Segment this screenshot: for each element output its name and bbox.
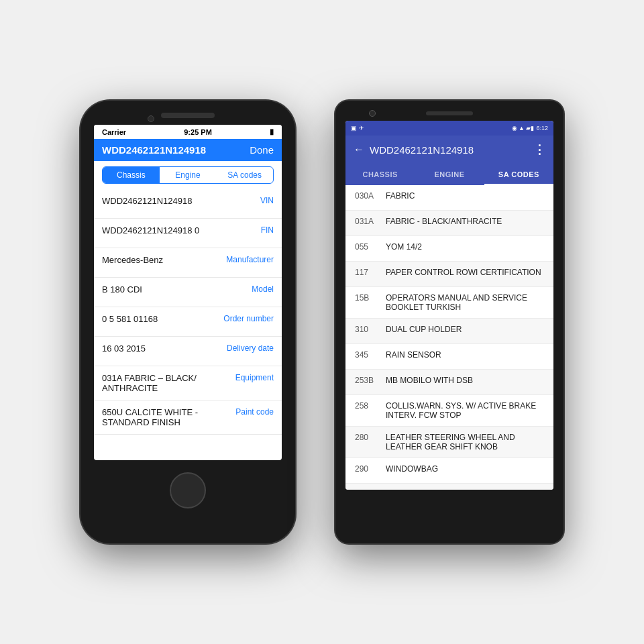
order-value: 0 5 581 01168 [102, 314, 158, 324]
sa-code: 310 [355, 325, 386, 334]
iphone-row-model: B 180 CDI Model [94, 278, 282, 307]
order-label: Order number [223, 314, 274, 323]
android-screen: ▣ ✈ ◉ ▲ ▰▮ 6:12 ← WDD2462121N124918 ⋮ CH… [345, 121, 553, 490]
sa-code: 258 [355, 401, 386, 411]
sa-description: OPERATORS MANUAL AND SERVICE BOOKLET TUR… [386, 293, 544, 312]
iphone-tab-chassis[interactable]: Chassis [103, 167, 160, 183]
iphone-row-paint: 650U CALCITE WHITE - STANDARD FINISH Pai… [94, 400, 282, 435]
android-device: ▣ ✈ ◉ ▲ ▰▮ 6:12 ← WDD2462121N124918 ⋮ CH… [335, 101, 564, 543]
android-speaker [426, 111, 473, 115]
sa-code: 290 [355, 464, 386, 474]
iphone-data-list: WDD2462121N124918 VIN WDD2462121N124918 … [94, 189, 282, 435]
android-list-item: 280LEATHER STEERING WHEEL AND LEATHER GE… [345, 427, 553, 458]
sa-code: 253B [355, 376, 386, 385]
model-label: Model [252, 284, 274, 294]
model-value: B 180 CDI [102, 284, 142, 294]
android-header: ← WDD2462121N124918 ⋮ [345, 136, 553, 164]
iphone-segmented-control: Chassis Engine SA codes [102, 166, 274, 184]
android-list-item: 055YOM 14/2 [345, 236, 553, 262]
equipment-value: 031A FABRIC – BLACK/ ANTHRACITE [102, 373, 223, 393]
android-list-item: 290WINDOWBAG [345, 458, 553, 484]
android-list-item: 030AFABRIC [345, 185, 553, 211]
android-list-item: 031AFABRIC - BLACK/ANTHRACITE [345, 211, 553, 236]
android-tab-chassis[interactable]: CHASSIS [345, 164, 415, 184]
android-more-button[interactable]: ⋮ [533, 142, 545, 157]
iphone-tab-sacodes[interactable]: SA codes [216, 167, 273, 183]
iphone-screen: Carrier 9:25 PM ▮ WDD2462121N124918 Done… [94, 125, 282, 460]
android-list-item: 345RAIN SENSOR [345, 344, 553, 370]
sa-code: 280 [355, 433, 386, 442]
sa-code: 15B [355, 293, 386, 303]
android-list-item: 253BMB MOBILO WITH DSB [345, 370, 553, 395]
sa-description: LEATHER STEERING WHEEL AND LEATHER GEAR … [386, 433, 544, 451]
android-status-right: ◉ ▲ ▰▮ 6:12 [512, 125, 548, 131]
sa-description: FABRIC [386, 191, 544, 201]
iphone-device: Carrier 9:25 PM ▮ WDD2462121N124918 Done… [80, 101, 295, 543]
equipment-label: Equipment [235, 373, 274, 382]
vin-value: WDD2462121N124918 [102, 196, 192, 206]
iphone-row-order: 0 5 581 01168 Order number [94, 307, 282, 337]
android-vin-title: WDD2462121N124918 [370, 144, 533, 156]
sa-code: 055 [355, 242, 386, 252]
android-status-icons: ▣ ✈ [351, 125, 364, 131]
sa-description: COLLIS.WARN. SYS. W/ ACTIVE BRAKE INTERV… [386, 401, 544, 420]
sa-description: DUAL CUP HOLDER [386, 325, 544, 334]
iphone-row-vin: WDD2462121N124918 VIN [94, 189, 282, 219]
iphone-header: WDD2462121N124918 Done [94, 139, 282, 161]
iphone-status-bar: Carrier 9:25 PM ▮ [94, 125, 282, 139]
android-list-item: 117PAPER CONTROL ROWI CERTIFICATION [345, 262, 553, 287]
paint-value: 650U CALCITE WHITE - STANDARD FINISH [102, 407, 223, 427]
android-status-left: ▣ ✈ [351, 125, 364, 131]
sa-code: 117 [355, 268, 386, 277]
fin-label: FIN [261, 225, 274, 235]
vin-label: VIN [260, 196, 274, 205]
manufacturer-label: Manufacturer [226, 255, 274, 264]
android-tab-bar: CHASSIS ENGINE SA CODES [345, 164, 553, 185]
android-back-button[interactable]: ← [354, 144, 364, 156]
carrier-label: Carrier [102, 128, 126, 136]
android-sa-list: 030AFABRIC031AFABRIC - BLACK/ANTHRACITE0… [345, 185, 553, 490]
iphone-tab-engine[interactable]: Engine [160, 167, 217, 183]
iphone-done-button[interactable]: Done [250, 144, 274, 156]
iphone-speaker [161, 113, 215, 118]
sa-code: 030A [355, 191, 386, 201]
iphone-time: 9:25 PM [184, 128, 212, 136]
sa-description: PAPER CONTROL ROWI CERTIFICATION [386, 268, 544, 277]
sa-description: FABRIC - BLACK/ANTHRACITE [386, 217, 544, 226]
sa-description: MB MOBILO WITH DSB [386, 376, 544, 385]
paint-label: Paint code [235, 407, 274, 417]
android-signal-icons: ◉ ▲ ▰▮ [512, 125, 535, 131]
sa-description: WINDOWBAG [386, 464, 544, 474]
android-list-item: 15BOPERATORS MANUAL AND SERVICE BOOKLET … [345, 287, 553, 319]
android-list-item: 258COLLIS.WARN. SYS. W/ ACTIVE BRAKE INT… [345, 395, 553, 427]
delivery-label: Delivery date [227, 343, 274, 353]
android-camera [369, 110, 376, 117]
delivery-value: 16 03 2015 [102, 343, 146, 354]
sa-description: YOM 14/2 [386, 242, 544, 252]
sa-code: 345 [355, 350, 386, 360]
battery-icon: ▮ [270, 127, 274, 136]
iphone-row-manufacturer: Mercedes-Benz Manufacturer [94, 248, 282, 278]
android-tab-sacodes[interactable]: SA CODES [484, 164, 553, 184]
android-status-bar: ▣ ✈ ◉ ▲ ▰▮ 6:12 [345, 121, 553, 136]
iphone-row-fin: WDD2462121N124918 0 FIN [94, 219, 282, 248]
android-list-item: 294KNEE AIRBAG [345, 484, 553, 490]
fin-value: WDD2462121N124918 0 [102, 225, 199, 235]
iphone-home-button[interactable] [170, 472, 206, 508]
sa-code: 031A [355, 217, 386, 226]
iphone-row-delivery: 16 03 2015 Delivery date [94, 337, 282, 366]
android-time: 6:12 [536, 125, 548, 131]
manufacturer-value: Mercedes-Benz [102, 255, 163, 265]
android-tab-engine[interactable]: ENGINE [415, 164, 484, 184]
iphone-row-equipment: 031A FABRIC – BLACK/ ANTHRACITE Equipmen… [94, 366, 282, 400]
android-list-item: 310DUAL CUP HOLDER [345, 319, 553, 344]
iphone-camera [148, 115, 154, 122]
iphone-vin-title: WDD2462121N124918 [102, 144, 206, 156]
sa-description: RAIN SENSOR [386, 350, 544, 360]
